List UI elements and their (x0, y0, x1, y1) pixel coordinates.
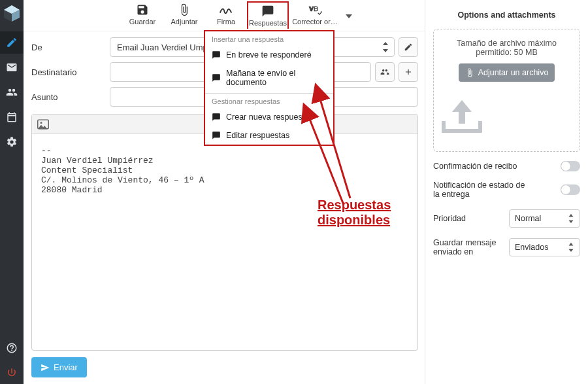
edit-responses[interactable]: Editar respuestas (205, 126, 333, 145)
signature-icon (219, 3, 233, 17)
create-response-label: Crear nueva respuesta (226, 113, 309, 122)
signature-label: Firma (217, 18, 235, 26)
to-label: Destinatario (31, 67, 110, 77)
comment-icon (261, 4, 274, 18)
rail-contacts[interactable] (0, 81, 24, 103)
rail-compose[interactable] (0, 31, 24, 54)
priority-label: Prioridad (433, 214, 504, 223)
save-button[interactable]: Guardar (122, 3, 163, 30)
main-panel: Guardar Adjuntar Firma Respuestas Correc… (24, 0, 425, 384)
spellcheck-icon (308, 3, 322, 17)
edit-responses-label: Editar respuestas (226, 131, 289, 140)
add-contact-button[interactable] (375, 62, 395, 82)
toolbar-more[interactable] (341, 3, 357, 30)
send-label: Enviar (54, 362, 78, 372)
spellcheck-button[interactable]: Corrector or… (289, 3, 341, 30)
return-receipt-toggle[interactable] (561, 161, 580, 171)
save-label: Guardar (129, 18, 155, 26)
dropdown-insert-header: Insertar una respuesta (205, 31, 333, 46)
rail-help[interactable] (0, 337, 24, 359)
priority-value: Normal (515, 214, 541, 223)
rail-calendar[interactable] (0, 106, 24, 128)
comment-icon (212, 50, 221, 60)
send-icon (41, 363, 50, 372)
attach-file-label: Adjuntar un archivo (478, 68, 549, 77)
attach-button[interactable]: Adjuntar (163, 3, 205, 30)
paperclip-icon (465, 68, 474, 77)
chevron-updown-icon (382, 42, 389, 52)
from-identity-value: Email Juan Verdiel Umpié (117, 43, 214, 52)
response-item-label: En breve te responderé (226, 50, 312, 60)
responses-dropdown: Insertar una respuesta En breve te respo… (204, 30, 335, 146)
signature-button[interactable]: Firma (205, 3, 247, 30)
responses-button[interactable]: Respuestas (247, 1, 289, 29)
rail-mail[interactable] (0, 56, 24, 79)
message-editor: -- Juan Verdiel Umpiérrez Content Specia… (31, 114, 418, 351)
return-receipt-label: Confirmación de recibo (433, 162, 517, 171)
upload-icon (439, 96, 574, 135)
dropdown-manage-header: Gestionar respuestas (205, 94, 333, 108)
image-icon[interactable] (37, 119, 49, 130)
svg-point-4 (41, 122, 42, 124)
response-item-1[interactable]: En breve te responderé (205, 46, 333, 64)
dsn-label: Notificación de estado de la entrega (433, 181, 531, 199)
edit-identities-button[interactable] (399, 37, 418, 57)
dsn-toggle[interactable] (561, 184, 580, 195)
from-label: De (31, 43, 110, 52)
add-header-button[interactable] (399, 62, 418, 82)
options-panel: Options and attachments Tamaño de archiv… (425, 0, 588, 384)
app-logo (3, 4, 21, 22)
send-button[interactable]: Enviar (31, 357, 87, 377)
spellcheck-label: Corrector or… (292, 18, 338, 26)
savein-label: Guardar mensaje enviado en (433, 238, 504, 256)
save-icon (136, 3, 149, 17)
chevron-updown-icon (568, 243, 574, 252)
comment-icon (212, 113, 221, 122)
priority-select[interactable]: Normal (509, 209, 580, 228)
rail-settings[interactable] (0, 131, 24, 153)
comment-icon (212, 73, 221, 82)
savein-value: Enviados (515, 243, 548, 252)
attachment-dropzone[interactable]: Tamaño de archivo máximo permitido: 50 M… (433, 29, 580, 152)
response-item-label: Mañana te envío el documento (226, 69, 327, 87)
paperclip-icon (178, 3, 191, 17)
create-response[interactable]: Crear nueva respuesta (205, 108, 333, 126)
attach-file-button[interactable]: Adjuntar un archivo (459, 63, 555, 82)
attach-label: Adjuntar (171, 18, 198, 26)
rail-logout[interactable] (0, 362, 24, 384)
comment-icon (212, 131, 221, 140)
message-body[interactable]: -- Juan Verdiel Umpiérrez Content Specia… (32, 134, 417, 350)
subject-label: Asunto (31, 92, 110, 102)
max-size-text: Tamaño de archivo máximo permitido: 50 M… (439, 39, 574, 57)
response-item-2[interactable]: Mañana te envío el documento (205, 64, 333, 92)
left-rail (0, 0, 24, 384)
savein-select[interactable]: Enviados (509, 238, 580, 256)
responses-label: Respuestas (249, 19, 287, 27)
compose-toolbar: Guardar Adjuntar Firma Respuestas Correc… (24, 0, 425, 31)
chevron-updown-icon (568, 214, 574, 223)
options-title: Options and attachments (433, 10, 580, 20)
